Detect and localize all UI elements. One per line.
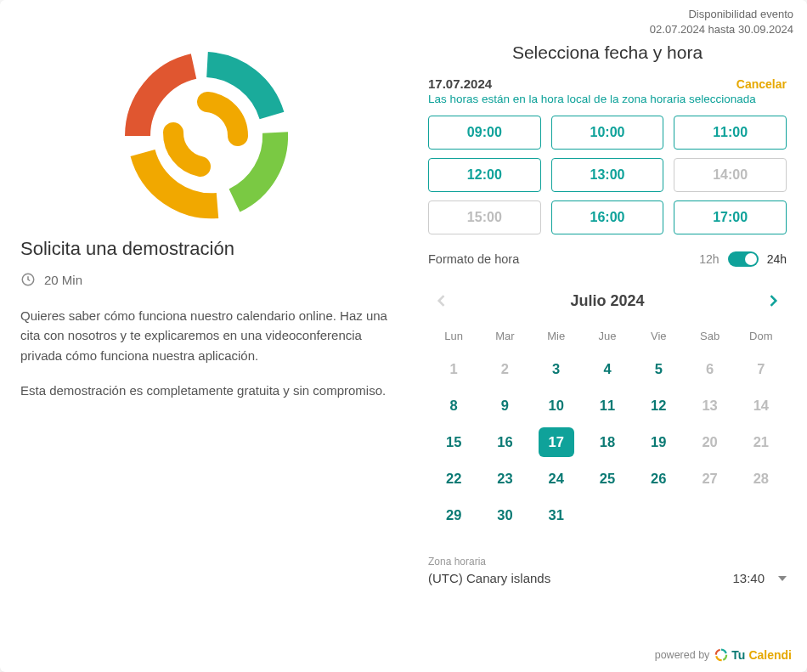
selected-date: 17.07.2024 [428,76,492,91]
calendar-day-27: 27 [692,464,728,494]
calendar-day-25[interactable]: 25 [590,464,625,494]
month-label: Julio 2024 [570,292,644,310]
caret-down-icon [778,576,787,581]
duration-row: 20 Min [20,272,394,287]
calendar-day-10[interactable]: 10 [539,391,574,421]
format-12h-label[interactable]: 12h [699,252,719,266]
calendar-day-3[interactable]: 3 [539,354,574,384]
duration-value: 20 Min [44,273,82,287]
calendar-day-20: 20 [692,427,728,457]
calendar-day-24[interactable]: 24 [539,464,574,494]
time-slot-1100[interactable]: 11:00 [674,116,787,150]
calendar-day-11[interactable]: 11 [590,391,625,421]
time-format-toggle[interactable] [728,251,759,267]
dow-header: Mar [479,325,530,347]
timezone-name: (UTC) Canary islands [428,571,550,585]
event-description-2: Esta demostración es completamente gratu… [20,381,394,400]
calendar-day-2: 2 [487,354,522,384]
calendar-day-28: 28 [743,464,779,494]
cancel-button[interactable]: Cancelar [736,77,787,91]
calendar-day-18[interactable]: 18 [590,427,625,457]
timezone-current-time: 13:40 [732,571,765,585]
calendar-day-26[interactable]: 26 [641,464,676,494]
dow-header: Dom [736,325,787,347]
format-24h-label[interactable]: 24h [767,252,787,266]
prev-month-button [428,287,455,314]
time-format-label: Formato de hora [428,252,519,266]
timezone-label: Zona horaria [428,556,787,568]
calendar-day-9[interactable]: 9 [487,391,522,421]
clock-icon [20,272,36,287]
calendar-day-30[interactable]: 30 [487,500,522,530]
calendar-day-5[interactable]: 5 [641,354,676,384]
time-slot-1400: 14:00 [674,158,787,192]
chevron-right-icon [765,292,782,309]
availability-info: Disponibilidad evento 02.07.2024 hasta 3… [650,7,793,37]
calendar-day-15[interactable]: 15 [436,427,471,457]
event-title: Solicita una demostración [20,238,394,260]
timezone-note: Las horas están en la hora local de la z… [428,93,787,105]
calendar-day-12[interactable]: 12 [641,391,676,421]
calendar-day-7: 7 [743,354,779,384]
calendar-day-8[interactable]: 8 [436,391,471,421]
time-slot-1200[interactable]: 12:00 [428,158,541,192]
calendar-day-19[interactable]: 19 [641,427,676,457]
powered-by-footer[interactable]: powered by TuCalendi [655,648,792,662]
next-month-button[interactable] [759,287,787,314]
powered-by-label: powered by [655,649,710,661]
calendar-grid: LunMarMieJueVieSabDom1234567891011121314… [428,325,787,530]
time-slot-0900[interactable]: 09:00 [428,116,541,150]
brand-cal: Calendi [748,648,792,662]
time-slot-1600[interactable]: 16:00 [551,200,664,234]
dow-header: Vie [633,325,684,347]
dow-header: Mie [531,325,582,347]
calendar-day-16[interactable]: 16 [487,427,522,457]
time-slot-1000[interactable]: 10:00 [551,116,664,150]
calendar-day-17[interactable]: 17 [539,427,574,457]
calendar-day-13: 13 [692,391,728,421]
calendar-day-4[interactable]: 4 [590,354,625,384]
brand-logo [20,42,394,238]
dow-header: Lun [428,325,479,347]
calendar-day-1: 1 [436,354,471,384]
event-description-1: Quieres saber cómo funciona nuestro cale… [20,306,394,365]
calendar-day-23[interactable]: 23 [487,464,522,494]
dow-header: Jue [582,325,633,347]
availability-label: Disponibilidad evento [650,7,793,22]
calendar-day-6: 6 [692,354,728,384]
chevron-left-icon [433,292,450,309]
calendar-day-31[interactable]: 31 [539,500,574,530]
brand-icon [714,648,728,662]
calendar-day-21: 21 [743,427,779,457]
calendar-day-22[interactable]: 22 [436,464,471,494]
availability-range: 02.07.2024 hasta 30.09.2024 [650,22,793,37]
brand-tu: Tu [731,648,745,662]
calendar-day-29[interactable]: 29 [436,500,471,530]
time-slot-1500: 15:00 [428,200,541,234]
dow-header: Sab [684,325,735,347]
calendar-day-14: 14 [743,391,779,421]
time-slot-grid: 09:0010:0011:0012:0013:0014:0015:0016:00… [428,116,787,234]
select-datetime-title: Selecciona fecha y hora [428,42,787,63]
time-slot-1700[interactable]: 17:00 [674,200,787,234]
time-slot-1300[interactable]: 13:00 [551,158,664,192]
timezone-select[interactable]: (UTC) Canary islands 13:40 [428,571,787,589]
